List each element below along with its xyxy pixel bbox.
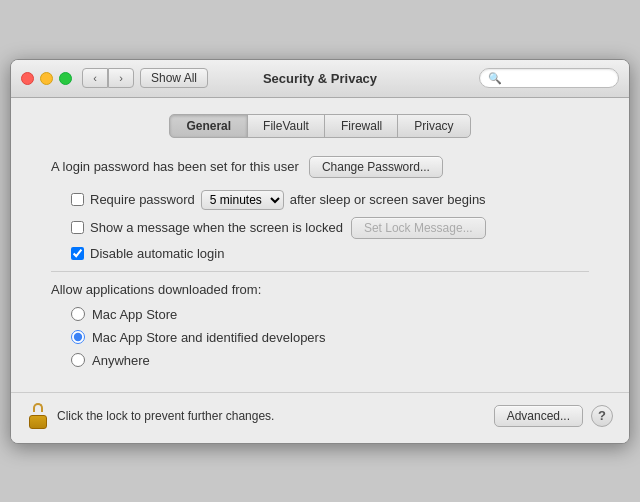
disable-autologin-label: Disable automatic login xyxy=(90,246,224,261)
traffic-lights xyxy=(21,72,72,85)
lock-shackle xyxy=(33,403,43,412)
require-password-row: Require password 5 minutes after sleep o… xyxy=(31,190,609,210)
search-input[interactable] xyxy=(506,71,610,85)
footer: Click the lock to prevent further change… xyxy=(11,392,629,443)
allow-apps-section: Allow applications downloaded from: Mac … xyxy=(31,282,609,368)
radio-mac-app-store-identified: Mac App Store and identified developers xyxy=(51,330,609,345)
search-box: 🔍 xyxy=(479,68,619,88)
show-all-button[interactable]: Show All xyxy=(140,68,208,88)
after-sleep-text: after sleep or screen saver begins xyxy=(290,192,486,207)
disable-autologin-checkbox[interactable] xyxy=(71,247,84,260)
section-divider xyxy=(51,271,589,272)
show-message-row: Show a message when the screen is locked… xyxy=(31,217,609,239)
password-interval-select[interactable]: 5 minutes xyxy=(201,190,284,210)
show-message-checkbox[interactable] xyxy=(71,221,84,234)
tab-privacy[interactable]: Privacy xyxy=(397,114,470,138)
tab-bar: General FileVault Firewall Privacy xyxy=(31,114,609,138)
radio-mac-app-store: Mac App Store xyxy=(51,307,609,322)
tab-firewall[interactable]: Firewall xyxy=(324,114,399,138)
footer-right: Advanced... ? xyxy=(494,405,613,427)
help-button[interactable]: ? xyxy=(591,405,613,427)
advanced-button[interactable]: Advanced... xyxy=(494,405,583,427)
lock-text: Click the lock to prevent further change… xyxy=(57,409,274,423)
anywhere-radio[interactable] xyxy=(71,353,85,367)
mac-app-store-identified-label: Mac App Store and identified developers xyxy=(92,330,325,345)
forward-button[interactable]: › xyxy=(108,68,134,88)
titlebar: ‹ › Show All Security & Privacy 🔍 xyxy=(11,60,629,98)
tab-general[interactable]: General xyxy=(169,114,248,138)
login-password-row: A login password has been set for this u… xyxy=(31,156,609,178)
tab-filevault[interactable]: FileVault xyxy=(246,114,326,138)
mac-app-store-radio[interactable] xyxy=(71,307,85,321)
anywhere-label: Anywhere xyxy=(92,353,150,368)
minimize-button[interactable] xyxy=(40,72,53,85)
nav-buttons: ‹ › xyxy=(82,68,134,88)
change-password-button[interactable]: Change Password... xyxy=(309,156,443,178)
lock-icon[interactable] xyxy=(27,403,49,429)
maximize-button[interactable] xyxy=(59,72,72,85)
disable-autologin-row: Disable automatic login xyxy=(31,246,609,261)
set-lock-message-button[interactable]: Set Lock Message... xyxy=(351,217,486,239)
security-privacy-window: ‹ › Show All Security & Privacy 🔍 Genera… xyxy=(10,59,630,444)
login-password-text: A login password has been set for this u… xyxy=(51,159,299,174)
content-area: General FileVault Firewall Privacy A log… xyxy=(11,98,629,392)
allow-apps-title: Allow applications downloaded from: xyxy=(51,282,609,297)
require-password-label: Require password xyxy=(90,192,195,207)
search-icon: 🔍 xyxy=(488,72,502,85)
show-message-label: Show a message when the screen is locked xyxy=(90,220,343,235)
close-button[interactable] xyxy=(21,72,34,85)
require-password-checkbox[interactable] xyxy=(71,193,84,206)
lock-body xyxy=(29,415,47,429)
mac-app-store-label: Mac App Store xyxy=(92,307,177,322)
back-button[interactable]: ‹ xyxy=(82,68,108,88)
radio-anywhere: Anywhere xyxy=(51,353,609,368)
lock-area: Click the lock to prevent further change… xyxy=(27,403,274,429)
mac-app-store-identified-radio[interactable] xyxy=(71,330,85,344)
window-title: Security & Privacy xyxy=(263,71,377,86)
